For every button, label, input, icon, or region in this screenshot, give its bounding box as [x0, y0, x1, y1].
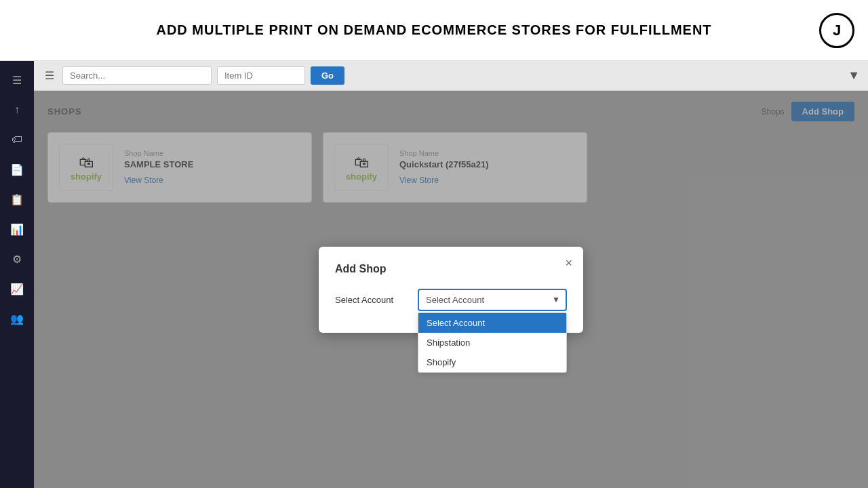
page-main-title: ADD MULTIPLE PRINT ON DEMAND ECOMMERCE S…: [156, 22, 711, 38]
select-wrapper: Select Account Shipstation Shopify ▼ Sel…: [418, 289, 567, 311]
logo-badge: J: [819, 13, 854, 48]
sub-header: ☰ Go ▼: [34, 61, 868, 91]
content-area: ☰ Go ▼ SHOPS Shops Add Shop: [34, 61, 868, 488]
modal-overlay: Add Shop × Select Account Select Account…: [34, 91, 868, 488]
sidebar-item-document[interactable]: 📄: [5, 157, 29, 182]
hamburger-button[interactable]: ☰: [42, 66, 57, 85]
dropdown-item-shipstation[interactable]: Shipstation: [418, 333, 566, 352]
go-button[interactable]: Go: [311, 66, 344, 85]
item-id-input[interactable]: [217, 66, 305, 85]
sidebar-item-orders[interactable]: 📋: [5, 187, 29, 211]
sidebar-item-reports[interactable]: 📈: [5, 277, 29, 301]
main-layout: ☰ ↑ 🏷 📄 📋 📊 ⚙ 📈 👥 ☰ Go ▼ SHOPS Shops Add: [0, 61, 868, 488]
sidebar-item-tags[interactable]: 🏷: [5, 127, 29, 152]
add-shop-modal: Add Shop × Select Account Select Account…: [319, 247, 583, 333]
sidebar-item-upload[interactable]: ↑: [5, 98, 29, 122]
sidebar: ☰ ↑ 🏷 📄 📋 📊 ⚙ 📈 👥: [0, 61, 34, 488]
sidebar-item-analytics[interactable]: 📊: [5, 217, 29, 241]
account-select[interactable]: Select Account Shipstation Shopify: [418, 289, 567, 311]
sidebar-item-menu[interactable]: ☰: [5, 68, 29, 92]
modal-close-button[interactable]: ×: [565, 256, 572, 270]
dropdown-item-shopify[interactable]: Shopify: [418, 352, 566, 372]
modal-title: Add Shop: [335, 263, 567, 275]
account-dropdown-menu: Select Account Shipstation Shopify: [418, 312, 567, 373]
select-account-label: Select Account: [335, 295, 410, 305]
top-header: ADD MULTIPLE PRINT ON DEMAND ECOMMERCE S…: [0, 0, 868, 61]
dropdown-arrow-icon[interactable]: ▼: [848, 68, 860, 83]
sidebar-item-users[interactable]: 👥: [5, 306, 29, 331]
logo-letter: J: [833, 22, 841, 39]
dropdown-item-select-account[interactable]: Select Account: [418, 313, 566, 333]
modal-form-row: Select Account Select Account Shipstatio…: [335, 289, 567, 311]
page-content: SHOPS Shops Add Shop 🛍 shopify: [34, 91, 868, 488]
sidebar-item-settings[interactable]: ⚙: [5, 247, 29, 271]
search-input[interactable]: [62, 66, 212, 85]
